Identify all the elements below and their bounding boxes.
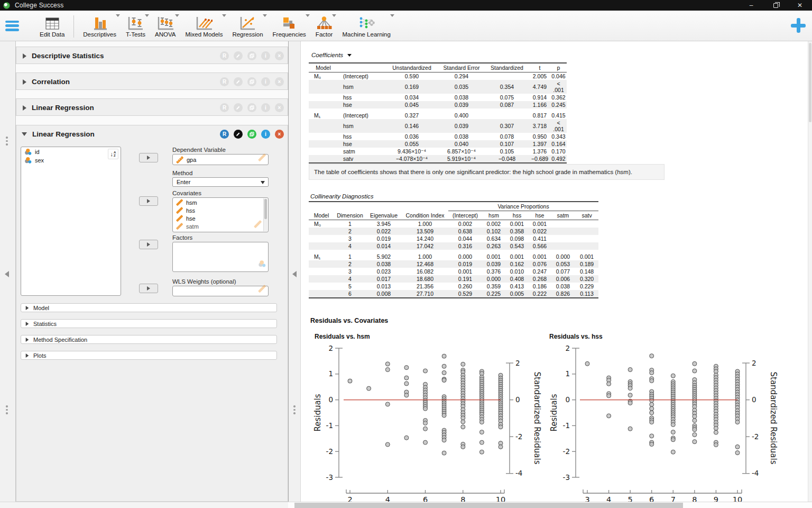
section-method-specification[interactable]: Method Specification [21,335,277,344]
hamburger-menu-button[interactable] [5,21,19,31]
remove-analysis-icon[interactable]: × [275,51,284,60]
descriptives-button[interactable]: Descriptives [78,12,121,40]
svg-text:7: 7 [671,495,676,502]
restore-button[interactable] [763,0,788,11]
analysis-linear-regression-collapsed[interactable]: Linear Regression R i × [16,98,288,116]
svg-text:1: 1 [328,369,333,378]
wls-weights-field[interactable] [172,286,269,296]
expand-arrow-icon[interactable] [23,79,26,85]
t-tests-button[interactable]: T-Tests [121,12,150,40]
svg-text:8: 8 [692,495,697,502]
collapse-data-panel-icon[interactable] [5,271,9,277]
edit-title-icon[interactable] [234,77,243,86]
anova-button[interactable]: ANOVA [150,12,180,40]
model-cell [309,228,334,235]
close-button[interactable]: ✕ [788,0,812,11]
value-cell: 0.411 [529,235,551,242]
section-model[interactable]: Model [21,303,277,312]
dropdown-arrow-icon[interactable] [306,14,310,17]
edit-data-button[interactable]: Edit Data [35,12,69,40]
info-icon[interactable]: i [261,103,270,112]
results-horizontal-scrollbar[interactable] [288,502,812,508]
add-analysis-button[interactable] [791,18,806,33]
r-syntax-icon[interactable]: R [220,77,229,86]
edit-title-icon[interactable] [234,103,243,112]
info-icon[interactable]: i [261,51,270,60]
edit-title-icon[interactable] [234,130,243,139]
variance-proportions-header: Variance Proportions [448,202,598,211]
duplicate-analysis-icon[interactable] [247,51,256,60]
dropdown-arrow-icon[interactable] [390,14,394,17]
value-cell: 0.826 [551,290,575,298]
drag-handle[interactable] [6,137,8,146]
nominal-variable-icon [24,148,32,156]
table-options-menu-icon[interactable] [347,54,352,57]
mixed-models-button[interactable]: Mixed Models [180,12,227,40]
scrollbar-thumb[interactable] [294,503,683,508]
info-icon[interactable]: i [261,77,270,86]
dropdown-arrow-icon[interactable] [332,14,336,17]
r-syntax-icon[interactable]: R [220,51,229,60]
table-row: hsm0.1460.0390.3073.718< .001 [309,119,567,133]
r-syntax-icon[interactable]: R [220,103,229,112]
factor-button[interactable]: Factor [311,12,338,40]
regression-button[interactable]: Regression [227,12,267,40]
column-header: satv [575,211,598,220]
expand-arrow-icon[interactable] [23,53,26,59]
assign-wls-button[interactable] [139,284,158,293]
results-note: The table of coefficients shows that the… [309,164,665,180]
variable-item-sex[interactable]: sex [21,156,121,164]
section-statistics[interactable]: Statistics [21,319,277,328]
duplicate-analysis-icon[interactable] [247,130,256,139]
machine-learning-button[interactable]: Machine Learning [337,12,395,40]
minimize-button[interactable]: – [739,0,763,11]
covariate-item-hss[interactable]: hss [173,206,268,214]
factors-list[interactable] [172,242,269,272]
covariates-list[interactable]: hsm hss hse satm [172,197,269,232]
svg-text:-1: -1 [563,421,570,430]
dependent-variable-value[interactable]: gpa [173,155,268,164]
edit-title-icon[interactable] [234,51,243,60]
expand-arrow-icon[interactable] [23,105,26,111]
section-plots[interactable]: Plots [21,351,277,360]
sort-variables-button[interactable]: ↓AZ [108,149,118,159]
analysis-correlation[interactable]: Correlation R i × [16,72,288,90]
covariates-scrollbar[interactable] [263,198,267,231]
remove-analysis-icon[interactable]: × [275,103,284,112]
info-icon[interactable]: i [261,130,270,139]
assign-factors-button[interactable] [139,240,158,249]
available-variables-list[interactable]: ↓AZ id sex [21,147,121,296]
covariate-item-hsm[interactable]: hsm [173,198,268,206]
duplicate-analysis-icon[interactable] [247,103,256,112]
dropdown-arrow-icon[interactable] [116,14,120,17]
panel-divider[interactable] [288,41,301,502]
model-cell [309,268,334,275]
duplicate-analysis-icon[interactable] [247,77,256,86]
collapse-analyses-panel-icon[interactable] [292,271,297,277]
results-vertical-scrollbar[interactable] [808,41,812,502]
remove-analysis-icon[interactable]: × [275,130,284,139]
value-cell: 1 [334,220,366,228]
dropdown-arrow-icon[interactable] [145,14,149,17]
drag-handle[interactable] [293,405,296,414]
dropdown-arrow-icon[interactable] [222,14,226,17]
assign-covariates-button[interactable] [139,196,158,206]
analysis-descriptive-statistics[interactable]: Descriptive Statistics R i × [16,47,288,64]
variable-item-id[interactable]: id [21,147,121,156]
assign-dependent-button[interactable] [139,153,158,162]
value-cell: 16.082 [402,268,448,275]
drag-handle[interactable] [6,405,8,414]
remove-analysis-icon[interactable]: × [275,77,284,86]
method-select[interactable]: Enter [172,177,269,187]
model-cell [309,101,338,108]
dropdown-arrow-icon[interactable] [175,14,179,17]
value-cell: 0.294 [438,72,485,80]
dependent-variable-field[interactable]: gpa [172,154,269,165]
dropdown-arrow-icon[interactable] [263,14,267,17]
scrollbar-thumb[interactable] [809,43,811,122]
frequencies-button[interactable]: Frequencies [268,12,311,40]
analysis-header[interactable]: Linear Regression R i × [16,125,288,143]
collapse-arrow-icon[interactable] [22,132,27,136]
value-cell: 0.078 [485,133,529,140]
r-syntax-icon[interactable]: R [220,130,229,139]
